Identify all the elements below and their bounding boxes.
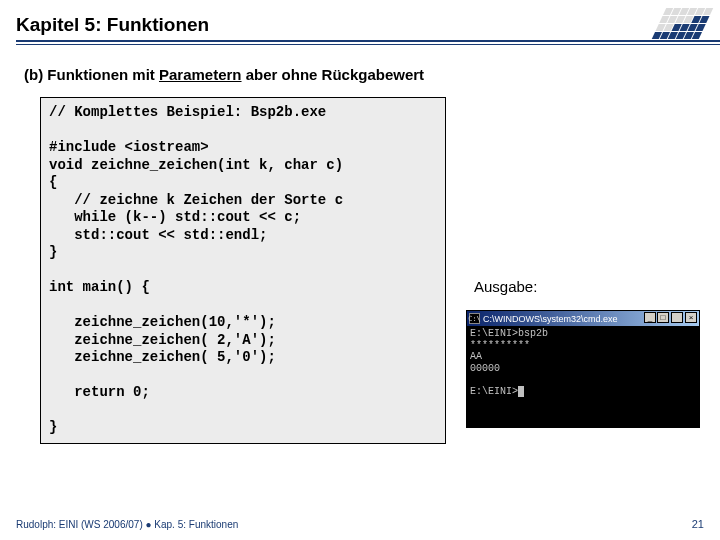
console-titlebar: C:\ C:\WINDOWS\system32\cmd.exe _ □ × <box>467 311 699 326</box>
header-rule-2 <box>16 44 720 45</box>
window-controls: _ □ × <box>644 312 697 323</box>
output-label: Ausgabe: <box>474 278 537 295</box>
console-window: C:\ C:\WINDOWS\system32\cmd.exe _ □ × E:… <box>466 310 700 428</box>
console-output-text: E:\EINI>bsp2b ********** AA 00000 E:\EIN… <box>470 328 548 397</box>
maximize-button[interactable]: □ <box>657 312 669 323</box>
cursor-icon: _ <box>518 386 524 397</box>
page-title: Kapitel 5: Funktionen <box>16 14 720 42</box>
subtitle-suffix: aber ohne Rückgabewert <box>242 66 425 83</box>
subtitle-underlined: Parametern <box>159 66 242 83</box>
code-block: // Komplettes Beispiel: Bsp2b.exe #inclu… <box>40 97 446 444</box>
section-subtitle: (b) Funktionen mit Parametern aber ohne … <box>24 66 720 83</box>
close-button[interactable]: × <box>685 312 697 323</box>
console-cmd-icon: C:\ <box>469 313 480 324</box>
console-output: E:\EINI>bsp2b ********** AA 00000 E:\EIN… <box>467 326 699 427</box>
header-rule-1 <box>16 40 720 42</box>
subtitle-prefix: (b) Funktionen mit <box>24 66 159 83</box>
page-number: 21 <box>692 518 704 530</box>
footer-text: Rudolph: EINI (WS 2006/07) ● Kap. 5: Fun… <box>16 519 238 530</box>
minimize-button[interactable]: _ <box>644 312 656 323</box>
controls-divider <box>671 312 683 323</box>
console-title: C:\WINDOWS\system32\cmd.exe <box>483 314 618 324</box>
